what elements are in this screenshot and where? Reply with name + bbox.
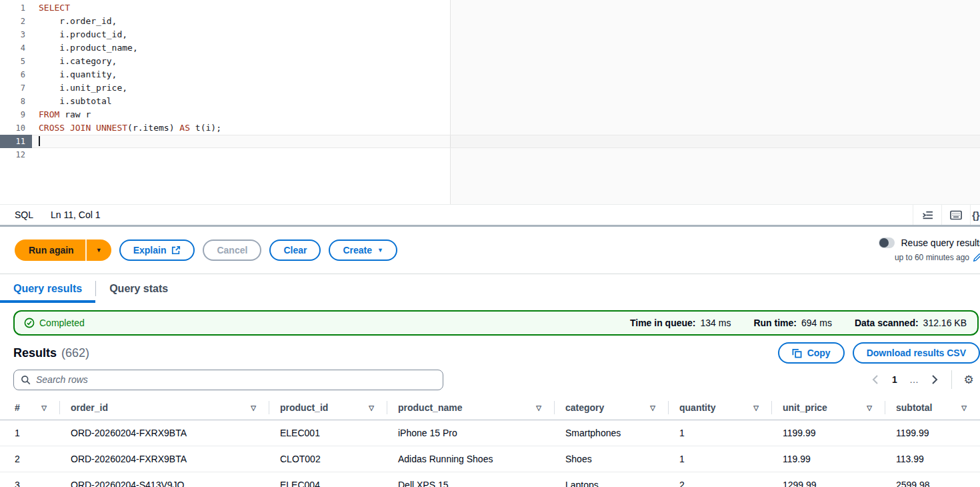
code-text: i.product_id, bbox=[32, 28, 127, 41]
run-again-button[interactable]: Run again bbox=[15, 239, 85, 261]
code-line[interactable]: 4 i.product_name, bbox=[0, 41, 980, 55]
column-filter-icon[interactable]: ▽ bbox=[650, 404, 655, 412]
external-link-icon bbox=[171, 246, 181, 255]
table-cell: 2 bbox=[0, 446, 60, 472]
column-header-product_name[interactable]: product_name▽ bbox=[387, 396, 555, 420]
column-header-subtotal[interactable]: subtotal▽ bbox=[885, 396, 980, 420]
column-filter-icon[interactable]: ▽ bbox=[961, 404, 967, 412]
stat-value: 312.16 KB bbox=[923, 318, 967, 328]
active-line-highlight bbox=[32, 135, 980, 148]
column-filter-icon[interactable]: ▽ bbox=[536, 404, 541, 412]
column-header-product_id[interactable]: product_id▽ bbox=[269, 396, 387, 420]
code-line[interactable]: 11 bbox=[0, 135, 980, 148]
copy-icon bbox=[792, 348, 802, 358]
keyboard-shortcuts-icon[interactable] bbox=[942, 205, 970, 225]
column-filter-icon[interactable]: ▽ bbox=[251, 404, 256, 412]
code-text: r.order_id, bbox=[32, 15, 117, 28]
column-header-order_id[interactable]: order_id▽ bbox=[60, 396, 269, 420]
run-options-caret-button[interactable]: ▼ bbox=[87, 239, 111, 261]
page-number-current[interactable]: 1 bbox=[885, 374, 905, 385]
download-results-csv-button[interactable]: Download results CSV bbox=[853, 342, 980, 364]
code-line[interactable]: 12 bbox=[0, 148, 980, 161]
line-number: 11 bbox=[0, 135, 32, 148]
column-filter-icon[interactable]: ▽ bbox=[369, 404, 374, 412]
reuse-results-toggle[interactable] bbox=[879, 237, 895, 248]
code-text: i.product_name, bbox=[32, 41, 138, 55]
text-cursor bbox=[39, 136, 40, 146]
results-toolbar: 1 … ⚙ bbox=[13, 369, 980, 390]
code-text: SELECT bbox=[32, 1, 70, 15]
toggle-knob bbox=[879, 238, 889, 248]
code-line[interactable]: 2 r.order_id, bbox=[0, 15, 980, 28]
page-ellipsis: … bbox=[905, 374, 925, 385]
chevron-left-icon bbox=[872, 375, 878, 384]
code-line[interactable]: 10CROSS JOIN UNNEST(r.items) AS t(i); bbox=[0, 121, 980, 135]
stat-label: Run time: bbox=[753, 318, 797, 328]
code-text: i.category, bbox=[32, 55, 117, 68]
line-number: 10 bbox=[0, 121, 32, 135]
table-cell: Laptops bbox=[555, 472, 669, 487]
caret-down-icon: ▼ bbox=[377, 247, 383, 254]
braces-icon[interactable]: {} bbox=[971, 205, 980, 225]
sql-editor[interactable]: 1SELECT2 r.order_id,3 i.product_id,4 i.p… bbox=[0, 0, 980, 204]
tab-query-results[interactable]: Query results bbox=[0, 274, 95, 303]
copy-button[interactable]: Copy bbox=[778, 342, 845, 364]
column-header-unit_price[interactable]: unit_price▽ bbox=[772, 396, 885, 420]
clear-button[interactable]: Clear bbox=[269, 239, 321, 261]
stat-label: Data scanned: bbox=[855, 318, 919, 328]
settings-gear-icon[interactable]: ⚙ bbox=[959, 373, 979, 387]
edit-pencil-icon[interactable] bbox=[973, 253, 980, 262]
line-number: 1 bbox=[0, 1, 32, 15]
create-button[interactable]: Create ▼ bbox=[329, 239, 397, 261]
results-tabs: Query results Query stats bbox=[0, 274, 980, 303]
column-filter-icon[interactable]: ▽ bbox=[753, 404, 759, 412]
table-cell: 1199.99 bbox=[885, 420, 980, 446]
table-row: 3ORD-20260204-S413V9JQELEC004Dell XPS 15… bbox=[0, 472, 980, 487]
table-cell: ORD-20260204-FXRX9BTA bbox=[60, 446, 269, 472]
code-line[interactable]: 7 i.unit_price, bbox=[0, 81, 980, 95]
code-line[interactable]: 9FROM raw r bbox=[0, 108, 980, 121]
previous-page-button[interactable] bbox=[865, 375, 885, 384]
pagination: 1 … ⚙ bbox=[865, 370, 980, 389]
column-label: product_id bbox=[280, 402, 328, 413]
column-header-category[interactable]: category▽ bbox=[555, 396, 669, 420]
reuse-results-label: Reuse query results bbox=[901, 237, 980, 248]
code-text bbox=[32, 135, 40, 148]
run-again-split-button: Run again ▼ bbox=[15, 239, 111, 261]
query-status-banner: Completed Time in queue:134 msRun time:6… bbox=[13, 310, 979, 336]
table-cell: 119.99 bbox=[772, 446, 885, 472]
search-box[interactable] bbox=[13, 370, 443, 390]
code-line[interactable]: 6 i.quantity, bbox=[0, 68, 980, 81]
results-header: Results (662) Copy Download results CSV bbox=[13, 342, 980, 364]
table-cell: 2 bbox=[669, 472, 772, 487]
code-text: i.subtotal bbox=[32, 95, 112, 108]
format-code-icon[interactable] bbox=[913, 205, 941, 225]
column-filter-icon[interactable]: ▽ bbox=[41, 404, 47, 412]
code-text bbox=[32, 148, 39, 161]
line-number: 6 bbox=[0, 68, 32, 81]
code-line[interactable]: 8 i.subtotal bbox=[0, 95, 980, 108]
column-label: order_id bbox=[71, 402, 108, 413]
explain-button[interactable]: Explain bbox=[119, 239, 195, 261]
cancel-button[interactable]: Cancel bbox=[203, 239, 261, 261]
table-cell: 113.99 bbox=[885, 446, 980, 472]
line-number: 3 bbox=[0, 28, 32, 41]
table-cell: Smartphones bbox=[555, 420, 669, 446]
line-number: 9 bbox=[0, 108, 32, 121]
code-line[interactable]: 5 i.category, bbox=[0, 55, 980, 68]
table-body: 1ORD-20260204-FXRX9BTAELEC001iPhone 15 P… bbox=[0, 420, 980, 487]
tab-query-stats[interactable]: Query stats bbox=[96, 274, 181, 303]
next-page-button[interactable] bbox=[925, 375, 945, 384]
cursor-position-label: Ln 11, Col 1 bbox=[51, 209, 100, 220]
code-line[interactable]: 1SELECT bbox=[0, 1, 980, 15]
column-filter-icon[interactable]: ▽ bbox=[867, 404, 872, 412]
reuse-duration-label: up to 60 minutes ago bbox=[895, 253, 969, 262]
line-number: 8 bbox=[0, 95, 32, 108]
code-line[interactable]: 3 i.product_id, bbox=[0, 28, 980, 41]
column-header-quantity[interactable]: quantity▽ bbox=[669, 396, 772, 420]
line-number: 7 bbox=[0, 81, 32, 95]
table-cell: 1 bbox=[0, 420, 60, 446]
code-text: FROM raw r bbox=[32, 108, 91, 121]
column-header-row-index[interactable]: #▽ bbox=[0, 396, 60, 420]
search-rows-input[interactable] bbox=[36, 374, 436, 385]
